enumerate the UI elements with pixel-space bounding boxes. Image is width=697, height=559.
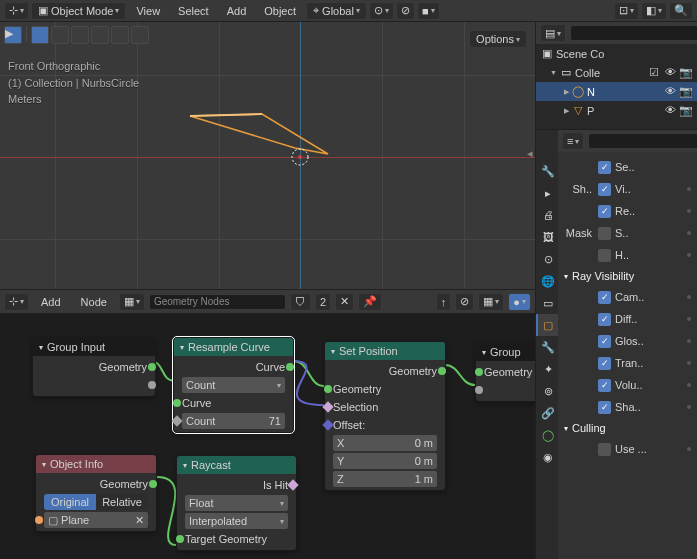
gizmo-toggle[interactable]: ⊡▾ <box>614 2 639 20</box>
ptab-material[interactable]: ◉ <box>536 446 558 468</box>
node-tree-name[interactable] <box>149 294 286 310</box>
ptab-data[interactable]: ◯ <box>536 424 558 446</box>
curve-icon: ◯ <box>571 85 585 99</box>
sel-mode-1[interactable] <box>31 26 49 44</box>
seg-relative[interactable]: Relative <box>96 494 148 510</box>
unlink-icon[interactable]: ✕ <box>335 293 354 311</box>
seg-original[interactable]: Original <box>44 494 96 510</box>
menu-object[interactable]: Object <box>256 5 304 17</box>
ptab-constraints[interactable]: 🔗 <box>536 402 558 424</box>
collection-icon: ▭ <box>559 66 573 80</box>
menu-view[interactable]: View <box>128 5 168 17</box>
outliner-scene[interactable]: ▣ Scene Co <box>536 44 697 63</box>
eye-icon[interactable]: 👁 <box>663 66 677 79</box>
ptab-object[interactable]: ▢ <box>536 314 558 336</box>
mode-selector[interactable]: ▣ Object Mode▾ <box>31 2 126 20</box>
sel-mode-5[interactable] <box>111 26 129 44</box>
sel-mode-6[interactable] <box>131 26 149 44</box>
section-culling[interactable]: ▾Culling <box>564 418 691 438</box>
pin-icon[interactable]: 📌 <box>358 293 382 311</box>
camera-icon[interactable]: 📷 <box>679 104 693 117</box>
snap-type[interactable]: ■▾ <box>417 2 440 20</box>
menu-select[interactable]: Select <box>170 5 217 17</box>
snap-node-icon[interactable]: ⊘ <box>455 293 474 311</box>
editor-type-selector[interactable]: ⊹▾ <box>4 2 29 20</box>
snap-grid-icon[interactable]: ▦▾ <box>478 293 504 311</box>
node-set-position[interactable]: ▾Set Position Geometry Geometry Selectio… <box>324 341 446 491</box>
props-search[interactable] <box>588 133 697 149</box>
ptab-tool[interactable]: 🔧 <box>536 160 558 182</box>
mesh-icon: ▽ <box>571 104 585 118</box>
ptab-output[interactable]: 🖨 <box>536 204 558 226</box>
ptab-scene[interactable]: ⊙ <box>536 248 558 270</box>
sel-mode-4[interactable] <box>91 26 109 44</box>
parent-icon[interactable]: ↑ <box>436 293 452 311</box>
ptab-physics[interactable]: ⊚ <box>536 380 558 402</box>
node-raycast[interactable]: ▾Raycast Is Hit Float▾ Interpolated▾ Tar… <box>176 455 297 551</box>
checkbox-icon[interactable]: ☑ <box>647 66 661 79</box>
sel-mode-2[interactable] <box>51 26 69 44</box>
outliner-collection[interactable]: ▼ ▭ Colle ☑👁📷 <box>536 63 697 82</box>
orientation-selector[interactable]: ⌖ Global▾ <box>306 2 367 20</box>
node-menu-node[interactable]: Node <box>73 296 115 308</box>
node-tree-browse[interactable]: ▦▾ <box>119 293 145 311</box>
camera-icon[interactable]: 📷 <box>679 85 693 98</box>
svg-point-1 <box>298 155 302 159</box>
ptab-render[interactable]: ▸ <box>536 182 558 204</box>
chevron-right-icon[interactable]: ▶ <box>564 107 569 115</box>
viewport-options[interactable]: Options▾ <box>469 30 527 48</box>
mode-label: Object Mode <box>51 5 113 17</box>
tool-cursor[interactable]: ▶ <box>4 26 22 44</box>
snap-toggle[interactable]: ⊘ <box>396 2 415 20</box>
overlay-node-icon[interactable]: ●▾ <box>508 293 531 311</box>
close-icon[interactable]: ✕ <box>135 514 144 527</box>
menu-add[interactable]: Add <box>219 5 255 17</box>
node-menu-add[interactable]: Add <box>33 296 69 308</box>
node-resample-curve[interactable]: ▾Resample Curve Curve Count▾ Curve Count… <box>173 337 294 433</box>
overlay-toggle[interactable]: ◧▾ <box>641 2 667 20</box>
shield-icon[interactable]: ⛉ <box>290 293 311 311</box>
sidebar-toggle-icon[interactable]: ◂ <box>527 147 533 160</box>
ptab-collection[interactable]: ▭ <box>536 292 558 314</box>
node-object-info[interactable]: ▾Object Info Geometry OriginalRelative ▢… <box>35 454 157 532</box>
eye-icon[interactable]: 👁 <box>663 104 677 117</box>
node-group-input[interactable]: ▾Group Input Geometry <box>32 337 156 397</box>
outliner-type[interactable]: ▤▾ <box>540 24 566 42</box>
sel-mode-3[interactable] <box>71 26 89 44</box>
outliner-search[interactable] <box>570 25 697 41</box>
curve-object[interactable] <box>190 112 340 172</box>
props-type[interactable]: ≡▾ <box>562 132 584 150</box>
ptab-modifier[interactable]: 🔧 <box>536 336 558 358</box>
search-icon[interactable]: 🔍 <box>669 2 693 20</box>
camera-icon[interactable]: 📷 <box>679 66 693 79</box>
vp-info-units: Meters <box>8 91 139 108</box>
ptab-world[interactable]: 🌐 <box>536 270 558 292</box>
eye-icon[interactable]: 👁 <box>663 85 677 98</box>
ptab-particles[interactable]: ✦ <box>536 358 558 380</box>
vp-info-view: Front Orthographic <box>8 58 139 75</box>
cursor-3d-icon <box>291 148 309 166</box>
orientation-label: Global <box>322 5 354 17</box>
ptab-view[interactable]: 🖼 <box>536 226 558 248</box>
vp-info-object: (1) Collection | NurbsCircle <box>8 75 139 92</box>
section-ray-visibility[interactable]: ▾Ray Visibility <box>564 266 691 286</box>
chevron-down-icon[interactable]: ▼ <box>550 69 557 76</box>
pivot-selector[interactable]: ⊙▾ <box>369 2 394 20</box>
outliner-object-n[interactable]: ▶ ◯ N 👁📷 <box>536 82 697 101</box>
node-group-output[interactable]: ▾Group Geometry <box>475 342 535 402</box>
users-icon[interactable]: 2 <box>315 293 331 311</box>
scene-icon: ▣ <box>540 47 554 61</box>
chevron-right-icon[interactable]: ▶ <box>564 88 569 96</box>
outliner-object-p[interactable]: ▶ ▽ P 👁📷 <box>536 101 697 120</box>
node-editor-type[interactable]: ⊹▾ <box>4 293 29 311</box>
